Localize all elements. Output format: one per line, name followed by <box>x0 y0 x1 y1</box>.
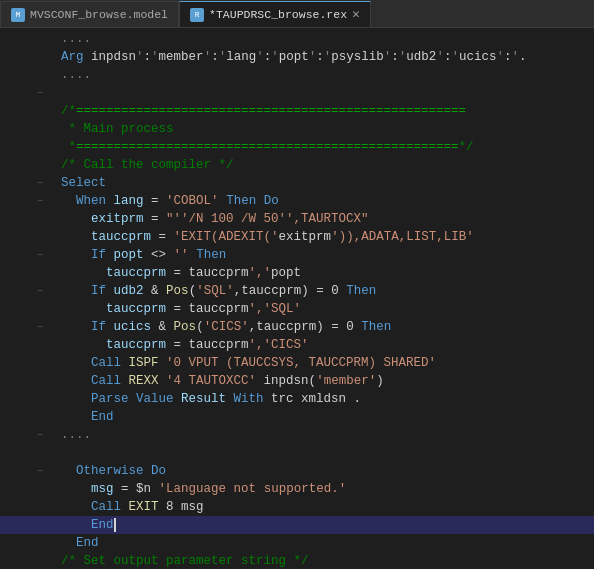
editor-container: M MVSCONF_browse.model R *TAUPDRSC_brows… <box>0 0 594 569</box>
code-line: exitprm = "''/N 100 /W 50'',TAURTOCX" <box>0 210 594 228</box>
code-line: msg = $n 'Language not supported.' <box>0 480 594 498</box>
tab-close-button[interactable]: ✕ <box>352 8 360 21</box>
code-line: − If udb2 & Pos('SQL',tauccprm) = 0 Then <box>0 282 594 300</box>
tab-label-taupdrsc: *TAUPDRSC_browse.rex <box>209 8 347 21</box>
code-line: − If popt <> '' Then <box>0 246 594 264</box>
code-line: tauccprm = 'EXIT(ADEXIT('exitprm')),ADAT… <box>0 228 594 246</box>
code-line: /* Call the compiler */ <box>0 156 594 174</box>
tab-icon-taupdrsc: R <box>190 8 204 22</box>
code-line: tauccprm = tauccprm','SQL' <box>0 300 594 318</box>
code-line: *=======================================… <box>0 138 594 156</box>
tab-mvsconf[interactable]: M MVSCONF_browse.model <box>0 1 179 27</box>
code-line: .... <box>0 30 594 48</box>
code-line: − If ucics & Pos('CICS',tauccprm) = 0 Th… <box>0 318 594 336</box>
code-editor[interactable]: .... Arg inpdsn':'member':'lang':'popt':… <box>0 28 594 569</box>
tab-bar: M MVSCONF_browse.model R *TAUPDRSC_brows… <box>0 0 594 28</box>
code-line: tauccprm = tauccprm','popt <box>0 264 594 282</box>
tab-label-mvsconf: MVSCONF_browse.model <box>30 8 168 21</box>
code-line: Parse Value Result With trc xmldsn . <box>0 390 594 408</box>
code-line: End <box>0 408 594 426</box>
code-line: Call REXX '4 TAUTOXCC' inpdsn('member') <box>0 372 594 390</box>
tab-icon-mvsconf: M <box>11 8 25 22</box>
code-line: − Select <box>0 174 594 192</box>
code-line: − <box>0 84 594 102</box>
code-line: Call ISPF '0 VPUT (TAUCCSYS, TAUCCPRM) S… <box>0 354 594 372</box>
code-line: /* Set output parameter string */ <box>0 552 594 569</box>
code-line: .... <box>0 66 594 84</box>
code-line: − .... <box>0 426 594 444</box>
code-line: − Otherwise Do <box>0 462 594 480</box>
code-line: Arg inpdsn':'member':'lang':'popt':'psys… <box>0 48 594 66</box>
code-line: * Main process <box>0 120 594 138</box>
code-line: End <box>0 534 594 552</box>
code-area: .... Arg inpdsn':'member':'lang':'popt':… <box>0 28 594 569</box>
code-lines: .... Arg inpdsn':'member':'lang':'popt':… <box>0 30 594 569</box>
tab-taupdrsc[interactable]: R *TAUPDRSC_browse.rex ✕ <box>179 1 371 27</box>
code-line: − When lang = 'COBOL' Then Do <box>0 192 594 210</box>
code-line: /*======================================… <box>0 102 594 120</box>
code-line: End <box>0 516 594 534</box>
code-line: Call EXIT 8 msg <box>0 498 594 516</box>
code-line: tauccprm = tauccprm','CICS' <box>0 336 594 354</box>
code-line <box>0 444 594 462</box>
